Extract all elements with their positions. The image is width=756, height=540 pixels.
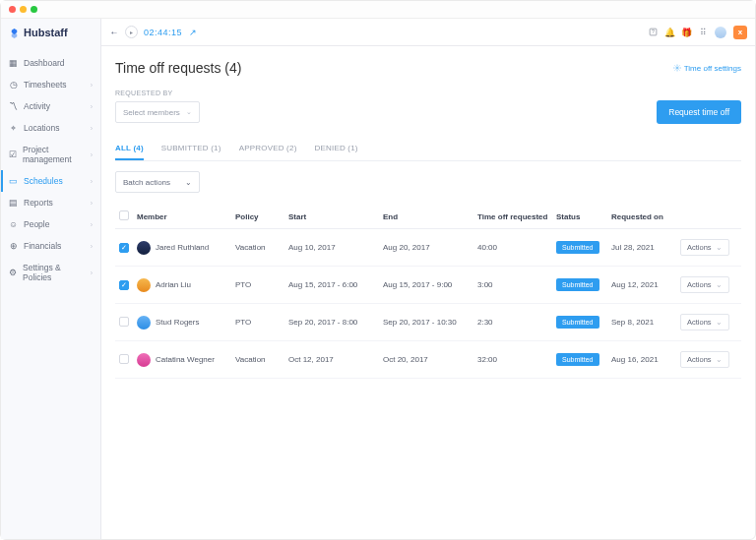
members-select-placeholder: Select members — [123, 108, 180, 117]
member-avatar — [137, 316, 151, 330]
org-switcher[interactable]: x — [733, 26, 747, 39]
sidebar-item-label: Dashboard — [24, 58, 65, 68]
svg-text:?: ? — [652, 29, 655, 34]
column-header: Start — [284, 205, 379, 229]
chevron-down-icon: ⌄ — [716, 318, 723, 327]
requested-cell: 3:00 — [473, 267, 552, 304]
time-off-settings-link[interactable]: Time off settings — [673, 64, 741, 73]
tab-approved-[interactable]: APPROVED (2) — [239, 144, 297, 160]
policy-cell: PTO — [231, 267, 284, 304]
end-cell: Sep 20, 2017 - 10:30 — [379, 304, 473, 341]
request-time-off-button[interactable]: Request time off — [657, 100, 741, 124]
row-actions-button[interactable]: Actions ⌄ — [680, 276, 729, 293]
sidebar-item-label: Schedules — [24, 176, 63, 186]
chevron-right-icon: › — [91, 178, 93, 185]
grid-icon: ▦ — [9, 59, 18, 68]
tab-denied-[interactable]: DENIED (1) — [315, 144, 358, 160]
member-avatar — [137, 278, 151, 292]
member-name: Adrian Liu — [156, 280, 191, 289]
brand-name: Hubstaff — [24, 27, 68, 38]
status-badge: Submitted — [556, 316, 599, 329]
requested-cell: 2:30 — [473, 304, 552, 341]
sidebar-item-dashboard[interactable]: ▦Dashboard — [1, 52, 100, 74]
bell-icon[interactable]: 🔔 — [664, 28, 674, 37]
sidebar-item-people[interactable]: ☺People› — [1, 213, 100, 235]
report-icon: ▤ — [9, 199, 18, 208]
minimize-dot[interactable] — [20, 6, 27, 13]
apps-icon[interactable]: ⠿ — [698, 28, 708, 37]
column-header: Member — [133, 205, 231, 229]
sidebar-item-label: Project management — [23, 145, 85, 164]
chevron-right-icon: › — [91, 151, 93, 158]
start-cell: Aug 10, 2017 — [284, 229, 379, 267]
topbar: ← ▸ 02:44:15 ↗ ? 🔔 🎁 ⠿ x — [101, 19, 755, 46]
member-name: Stud Rogers — [156, 318, 199, 327]
hubstaff-logo-icon — [9, 28, 20, 38]
chevron-down-icon: ⌄ — [716, 243, 723, 252]
sidebar-item-reports[interactable]: ▤Reports› — [1, 192, 100, 213]
sidebar-item-label: Financials — [24, 241, 61, 251]
help-icon[interactable]: ? — [648, 28, 658, 37]
table-row: ✓Adrian LiuPTOAug 15, 2017 - 6:00Aug 15,… — [115, 267, 741, 304]
primary-button-label: Request time off — [668, 107, 729, 117]
row-actions-button[interactable]: Actions ⌄ — [680, 351, 729, 368]
member-avatar — [137, 353, 151, 367]
sidebar-item-project-management[interactable]: ☑Project management› — [1, 139, 100, 170]
sidebar-item-label: Locations — [24, 123, 59, 133]
sidebar-item-label: Timesheets — [24, 80, 67, 90]
sidebar-item-label: Activity — [24, 101, 50, 111]
sidebar-item-label: Reports — [24, 198, 53, 208]
tab-all-[interactable]: ALL (4) — [115, 144, 144, 160]
start-cell: Oct 12, 2017 — [284, 341, 379, 379]
chevron-down-icon: ⌄ — [716, 280, 723, 289]
batch-actions-select[interactable]: Batch actions ⌄ — [115, 171, 200, 193]
chevron-right-icon: › — [91, 243, 93, 250]
sidebar-item-settings-policies[interactable]: ⚙Settings & Policies› — [1, 257, 100, 288]
policy-cell: Vacation — [231, 229, 284, 267]
table-row: Stud RogersPTOSep 20, 2017 - 8:00Sep 20,… — [115, 304, 741, 341]
expand-icon[interactable]: ↗ — [188, 28, 198, 37]
chevron-down-icon: ⌄ — [186, 108, 192, 116]
user-avatar[interactable] — [715, 27, 726, 38]
row-actions-button[interactable]: Actions ⌄ — [680, 314, 729, 330]
select-all-checkbox[interactable] — [119, 210, 129, 220]
timer-play-button[interactable]: ▸ — [125, 26, 138, 38]
back-icon[interactable]: ← — [109, 28, 119, 37]
tab-submitted-[interactable]: SUBMITTED (1) — [161, 144, 221, 160]
member-name: Jared Ruthland — [156, 243, 209, 252]
requested-on-cell: Jul 28, 2021 — [607, 229, 676, 267]
chevron-right-icon: › — [91, 221, 93, 228]
clipboard-icon: ☑ — [9, 150, 17, 159]
row-checkbox[interactable] — [119, 317, 129, 327]
status-badge: Submitted — [556, 241, 599, 254]
row-actions-button[interactable]: Actions ⌄ — [680, 239, 729, 256]
gift-icon[interactable]: 🎁 — [681, 28, 691, 37]
row-checkbox[interactable]: ✓ — [119, 243, 129, 253]
column-header: Time off requested — [473, 205, 552, 229]
column-header: Policy — [231, 205, 284, 229]
chevron-right-icon: › — [91, 103, 93, 110]
member-name: Catatina Wegner — [156, 355, 215, 364]
filter-label: REQUESTED BY — [115, 90, 741, 96]
sidebar-item-financials[interactable]: ⊕Financials› — [1, 235, 100, 257]
chevron-down-icon: ⌄ — [716, 355, 723, 364]
row-checkbox[interactable] — [119, 354, 129, 364]
sidebar-item-schedules[interactable]: ▭Schedules› — [1, 170, 100, 192]
brand: Hubstaff — [1, 19, 100, 52]
sidebar-item-timesheets[interactable]: ◷Timesheets› — [1, 74, 100, 95]
requested-on-cell: Sep 8, 2021 — [607, 304, 676, 341]
sidebar: Hubstaff ▦Dashboard◷Timesheets›〽Activity… — [1, 19, 101, 539]
time-off-table: MemberPolicyStartEndTime off requestedSt… — [115, 205, 741, 379]
zoom-dot[interactable] — [31, 6, 37, 13]
close-dot[interactable] — [9, 6, 16, 13]
sidebar-item-activity[interactable]: 〽Activity› — [1, 95, 100, 117]
table-row: Catatina WegnerVacationOct 12, 2017Oct 2… — [115, 341, 741, 379]
status-badge: Submitted — [556, 278, 599, 291]
column-header: Requested on — [607, 205, 676, 229]
map-icon: ⌖ — [9, 124, 18, 133]
sliders-icon: ⚙ — [9, 269, 17, 277]
sidebar-item-locations[interactable]: ⌖Locations› — [1, 117, 100, 139]
members-select[interactable]: Select members ⌄ — [115, 101, 200, 123]
start-cell: Aug 15, 2017 - 6:00 — [284, 267, 379, 304]
row-checkbox[interactable]: ✓ — [119, 280, 129, 290]
